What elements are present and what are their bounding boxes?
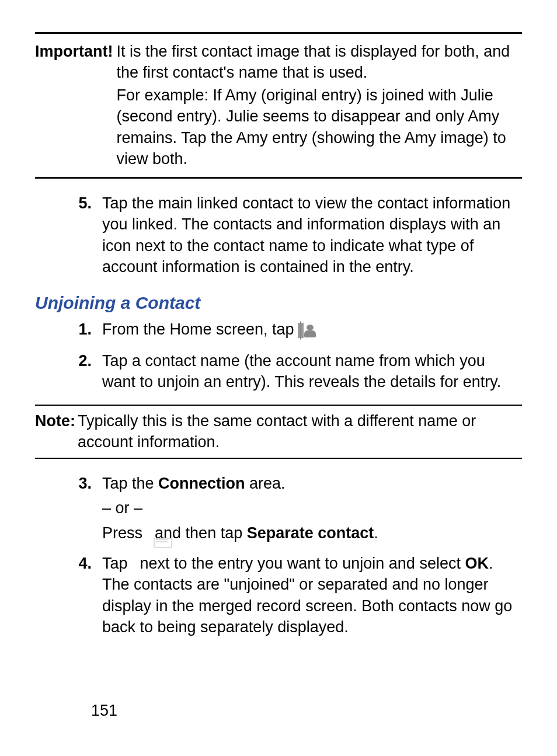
step-2-text: Tap a contact name (the account name fro…	[102, 350, 522, 393]
important-callout: Important! It is the first contact image…	[35, 41, 522, 171]
step-body: Tap the Connection area. – or – Press an…	[102, 473, 522, 547]
step-3-line-2: Press and then tap Separate contact.	[102, 522, 522, 544]
unjoin-step-2: 2. Tap a contact name (the account name …	[35, 350, 522, 396]
contacts-icon	[300, 320, 301, 341]
step-3-line-1: Tap the Connection area.	[102, 473, 522, 494]
important-label: Important!	[35, 41, 116, 171]
unjoin-step-1: 1. From the Home screen, tap .	[35, 319, 522, 344]
step-body: From the Home screen, tap .	[102, 319, 522, 344]
rule-after-important	[35, 177, 522, 179]
step-marker: 2.	[35, 350, 102, 396]
important-para-2: For example: If Amy (original entry) is …	[116, 85, 522, 170]
rule-top	[35, 32, 522, 34]
unjoin-step-4: 4. Tap next to the entry you want to unj…	[35, 553, 522, 642]
step-1-text: From the Home screen, tap .	[102, 319, 522, 341]
page-container: Important! It is the first contact image…	[0, 0, 557, 756]
step-body: Tap a contact name (the account name fro…	[102, 350, 522, 396]
step-marker: 5.	[35, 193, 102, 281]
note-callout: Note: Typically this is the same contact…	[35, 410, 522, 453]
text-post: .	[374, 524, 378, 542]
unjoin-steps-continued: 3. Tap the Connection area. – or – Press…	[35, 473, 522, 642]
step-body: Tap next to the entry you want to unjoin…	[102, 553, 522, 642]
step-5-text: Tap the main linked contact to view the …	[102, 193, 522, 278]
bold-separate-contact: Separate contact	[247, 524, 374, 542]
joined-steps-continued: 5. Tap the main linked contact to view t…	[35, 193, 522, 281]
step-marker: 4.	[35, 553, 102, 642]
important-para-1: It is the first contact image that is di…	[116, 41, 522, 83]
step-4-text: Tap next to the entry you want to unjoin…	[102, 553, 522, 638]
text-pre: From the Home screen, tap	[102, 320, 298, 338]
rule-before-note	[35, 405, 522, 406]
important-body: It is the first contact image that is di…	[116, 41, 522, 171]
text-post: area.	[245, 475, 286, 492]
page-number: 151	[91, 700, 117, 721]
step-marker: 1.	[35, 319, 102, 344]
unjoin-steps: 1. From the Home screen, tap . 2. Tap a …	[35, 319, 522, 396]
bold-ok: OK	[465, 555, 489, 572]
note-body: Typically this is the same contact with …	[78, 410, 522, 453]
text-pre: Press	[102, 524, 147, 542]
step-marker: 3.	[35, 473, 102, 547]
text-pre: Tap the	[102, 475, 158, 492]
step-3-or: – or –	[102, 497, 522, 518]
text-pre: Tap	[102, 555, 132, 572]
text-mid: next to the entry you want to unjoin and…	[140, 555, 465, 572]
section-heading-unjoining: Unjoining a Contact	[35, 291, 522, 315]
bold-connection: Connection	[158, 475, 245, 492]
step-5: 5. Tap the main linked contact to view t…	[35, 193, 522, 281]
step-body: Tap the main linked contact to view the …	[102, 193, 522, 281]
note-label: Note:	[35, 410, 78, 453]
unjoin-step-3: 3. Tap the Connection area. – or – Press…	[35, 473, 522, 547]
